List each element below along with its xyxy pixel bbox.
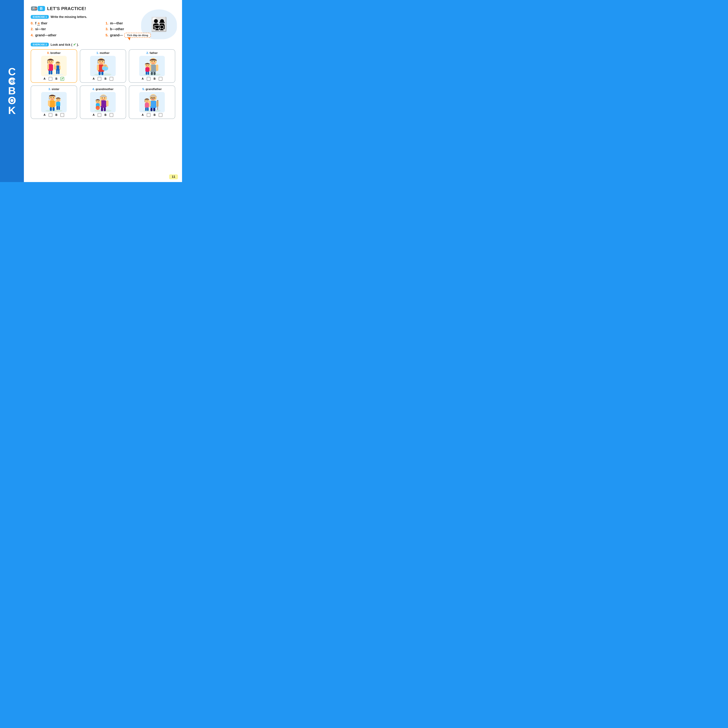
svg-rect-100 bbox=[147, 107, 148, 111]
card-0-option-b[interactable]: ✔ bbox=[60, 77, 64, 81]
svg-rect-15 bbox=[59, 66, 61, 70]
svg-rect-98 bbox=[153, 108, 155, 111]
svg-point-41 bbox=[152, 61, 153, 62]
svg-point-90 bbox=[151, 97, 152, 98]
card-3-option-a[interactable] bbox=[49, 113, 52, 117]
fill-item-2: 2. si ter bbox=[31, 27, 101, 31]
tooltip: Tích đáp án đúng bbox=[124, 33, 151, 38]
card-0-title: 0. brother bbox=[47, 51, 61, 55]
card-2-father: 2. father bbox=[129, 49, 175, 83]
exercise2-header: EXERCISE 2 Look and tick ( ✔ ). bbox=[31, 43, 175, 47]
svg-point-31 bbox=[104, 66, 104, 66]
tooltip-arrow bbox=[128, 37, 130, 40]
svg-rect-63 bbox=[52, 107, 55, 111]
card-2-options: A B bbox=[142, 77, 162, 81]
svg-rect-35 bbox=[101, 72, 103, 75]
grandfather-illustration bbox=[141, 93, 163, 112]
fill-item-0: 0. f a ther bbox=[31, 21, 101, 25]
card-4-option-a[interactable] bbox=[98, 113, 101, 117]
card-4-options: A B bbox=[93, 113, 113, 117]
exercise1-badge: EXERCISE 1 bbox=[31, 15, 49, 19]
svg-rect-97 bbox=[150, 108, 153, 111]
svg-rect-65 bbox=[58, 106, 60, 110]
svg-rect-48 bbox=[153, 72, 156, 75]
pencil-icon bbox=[31, 5, 38, 12]
cards-row2: 3. sister bbox=[31, 86, 175, 119]
svg-rect-4 bbox=[33, 8, 34, 9]
card-1-option-a[interactable] bbox=[98, 77, 101, 81]
fill-item-4: 4. grand ather bbox=[31, 33, 101, 38]
svg-rect-50 bbox=[148, 72, 149, 75]
card-1-option-b[interactable] bbox=[110, 77, 113, 81]
logo-c1: C bbox=[8, 67, 16, 76]
svg-rect-79 bbox=[104, 107, 106, 111]
svg-rect-59 bbox=[56, 102, 60, 107]
card-0-brother: 0. brother bbox=[31, 49, 77, 83]
svg-point-32 bbox=[106, 66, 106, 66]
card-2-option-a[interactable] bbox=[147, 77, 150, 81]
svg-point-28 bbox=[102, 61, 103, 62]
card-0-options: A B ✔ bbox=[43, 77, 64, 81]
card-0-option-a[interactable] bbox=[49, 77, 52, 81]
svg-point-16 bbox=[57, 63, 57, 64]
logo-o: O bbox=[8, 96, 16, 105]
svg-point-27 bbox=[99, 61, 101, 62]
mother-illustration bbox=[92, 57, 114, 75]
grandmother-illustration bbox=[92, 93, 114, 112]
svg-rect-3 bbox=[33, 8, 34, 8]
card-3-options: A B bbox=[43, 113, 64, 117]
svg-point-71 bbox=[102, 98, 103, 98]
svg-point-42 bbox=[154, 61, 155, 62]
card-2-image bbox=[139, 56, 165, 76]
card-5-option-a[interactable] bbox=[147, 113, 150, 117]
card-4-grandmother: 4. grandmother bbox=[80, 86, 126, 119]
card-4-image bbox=[90, 92, 116, 112]
sister-illustration bbox=[43, 93, 65, 112]
svg-rect-44 bbox=[145, 67, 150, 72]
svg-point-72 bbox=[104, 98, 105, 98]
exercise2-instruction: Look and tick ( ✔ ). bbox=[50, 43, 79, 47]
card-4-option-b[interactable] bbox=[110, 113, 113, 117]
card-5-option-b[interactable] bbox=[159, 113, 162, 117]
svg-point-61 bbox=[59, 99, 60, 100]
card-1-options: A B bbox=[93, 77, 113, 81]
svg-rect-18 bbox=[49, 70, 50, 74]
svg-point-56 bbox=[50, 97, 51, 98]
svg-point-91 bbox=[154, 97, 154, 98]
svg-point-77 bbox=[96, 106, 100, 110]
svg-point-10 bbox=[49, 61, 50, 62]
svg-point-57 bbox=[53, 97, 54, 98]
card-2-option-b[interactable] bbox=[159, 77, 162, 81]
svg-rect-20 bbox=[56, 70, 58, 74]
svg-point-5 bbox=[44, 73, 63, 75]
card-3-option-b[interactable] bbox=[60, 113, 64, 117]
main-content: B LET'S PRACTICE! 👨‍👩‍👧‍👦 EXERCISE 1 Wri… bbox=[24, 0, 182, 182]
svg-point-45 bbox=[146, 65, 147, 66]
svg-rect-19 bbox=[50, 70, 52, 74]
svg-point-2 bbox=[35, 8, 37, 9]
svg-point-12 bbox=[55, 61, 60, 66]
svg-point-17 bbox=[58, 63, 59, 64]
svg-rect-40 bbox=[156, 64, 158, 71]
card-0-image bbox=[41, 56, 67, 76]
logo-c2: C bbox=[8, 76, 16, 86]
fill-item-5: 5. grand Tích đáp án đúng bbox=[106, 33, 175, 38]
svg-rect-53 bbox=[49, 100, 55, 107]
card-3-title: 3. sister bbox=[49, 87, 60, 91]
svg-rect-99 bbox=[145, 107, 147, 111]
card-5-title: 5. grandfather bbox=[142, 87, 162, 91]
svg-rect-93 bbox=[145, 103, 149, 108]
card-3-image bbox=[41, 92, 67, 112]
exercise1-instruction: Write the missing letters. bbox=[50, 15, 87, 19]
card-3-sister: 3. sister bbox=[31, 86, 77, 119]
card-4-title: 4. grandmother bbox=[92, 87, 114, 91]
svg-point-75 bbox=[96, 101, 97, 102]
svg-rect-54 bbox=[48, 100, 50, 106]
tick-symbol: ✔ bbox=[73, 43, 76, 46]
card-1-mother: 1. mother bbox=[80, 49, 126, 83]
svg-point-76 bbox=[98, 101, 99, 102]
brother-illustration bbox=[43, 57, 65, 75]
logo-k: K bbox=[8, 106, 16, 115]
svg-rect-64 bbox=[57, 106, 58, 110]
svg-rect-62 bbox=[50, 107, 52, 111]
